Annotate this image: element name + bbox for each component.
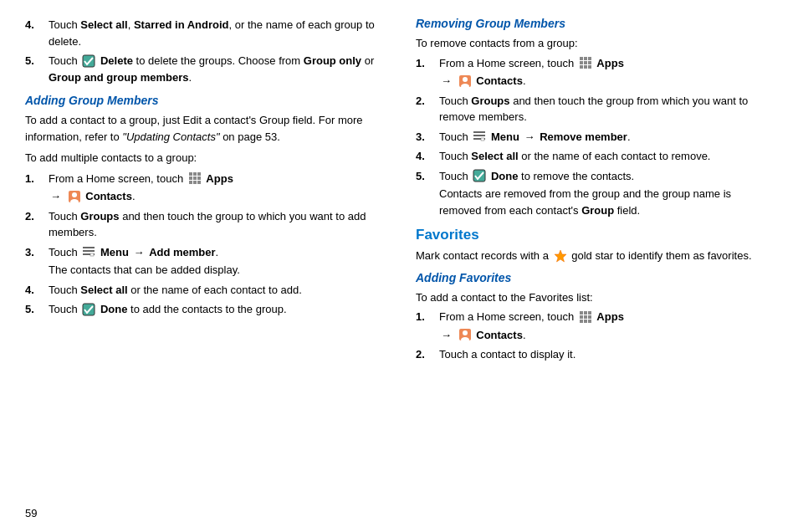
svg-rect-25 xyxy=(580,65,583,69)
svg-rect-27 xyxy=(588,65,591,69)
list-item-f1-sub: → Contacts. xyxy=(416,327,773,344)
step-content: Touch Groups and then touch the group to… xyxy=(49,208,382,241)
list-item-r1: 1. From a Home screen, touch xyxy=(416,55,773,72)
svg-rect-40 xyxy=(588,311,591,315)
adding-desc: To add a contact to a group, just Edit a… xyxy=(25,112,382,145)
adding-multi: To add multiple contacts to a group: xyxy=(25,150,382,166)
list-item-5: 5. Touch Done to add the contacts to the… xyxy=(25,301,382,318)
apps-icon xyxy=(188,171,202,185)
step-number: 2. xyxy=(416,346,439,363)
svg-marker-37 xyxy=(555,250,566,262)
step-content: Touch Delete to delete the groups. Choos… xyxy=(49,53,382,85)
step-content-sub: → Contacts. xyxy=(439,73,773,90)
svg-rect-43 xyxy=(588,315,591,319)
svg-rect-16 xyxy=(90,253,94,256)
svg-rect-38 xyxy=(580,311,583,315)
list-item-f1: 1. From a Home screen, touch xyxy=(416,309,773,325)
svg-rect-7 xyxy=(189,181,192,184)
step-number: 4. xyxy=(25,17,49,33)
contacts-icon xyxy=(68,190,81,203)
svg-point-29 xyxy=(463,77,468,82)
adding-group-members-title: Adding Group Members xyxy=(25,94,382,107)
svg-rect-8 xyxy=(193,181,197,184)
svg-rect-26 xyxy=(584,65,587,69)
svg-rect-45 xyxy=(584,320,587,323)
step-content: Touch Done to remove the contacts. xyxy=(439,168,773,185)
svg-rect-6 xyxy=(197,176,201,180)
check-icon xyxy=(473,169,486,182)
step-number: 3. xyxy=(416,129,439,146)
removing-desc: To remove contacts from a group: xyxy=(416,35,773,52)
star-icon xyxy=(554,249,567,263)
svg-rect-1 xyxy=(189,172,192,176)
step-number: 5. xyxy=(416,168,439,185)
step-number: 5. xyxy=(25,301,49,318)
list-item-1: 1. From a Home screen, touch xyxy=(25,171,382,187)
list-item-f2: 2. Touch a contact to display it. xyxy=(416,346,773,363)
svg-rect-32 xyxy=(473,135,485,136)
contacts-icon xyxy=(458,74,472,88)
favorites-title: Favorites xyxy=(416,227,773,243)
step-content: Touch Select all or the name of each con… xyxy=(439,148,773,165)
list-item-r3: 3. Touch Menu → Remove member. xyxy=(416,129,773,146)
check-icon xyxy=(82,303,95,316)
svg-rect-22 xyxy=(580,61,583,64)
list-item-5-top: 5. Touch Delete to delete the groups. Ch… xyxy=(25,53,382,85)
svg-rect-13 xyxy=(83,247,95,248)
list-item-4-top: 4. Touch Select all, Starred in Android,… xyxy=(25,17,382,49)
svg-rect-9 xyxy=(197,181,201,184)
menu-icon xyxy=(473,130,486,142)
removing-group-members-title: Removing Group Members xyxy=(416,17,773,30)
list-item-r1-sub: → Contacts. xyxy=(416,73,773,90)
page-number: 59 xyxy=(25,507,37,519)
step-number: 4. xyxy=(416,148,439,165)
svg-rect-31 xyxy=(473,131,485,133)
step-content: Touch Menu → Remove member. xyxy=(439,129,773,146)
svg-rect-41 xyxy=(580,315,583,319)
step-content-sub: → Contacts. xyxy=(49,188,382,205)
step-number: 1. xyxy=(416,309,439,325)
step-number: 4. xyxy=(25,282,49,299)
step-content: Touch Menu → Add member. xyxy=(49,244,382,261)
apps-icon xyxy=(579,56,592,69)
list-item-4: 4. Touch Select all or the name of each … xyxy=(25,282,382,299)
check-icon xyxy=(82,54,95,68)
list-item-r4: 4. Touch Select all or the name of each … xyxy=(416,148,773,165)
svg-rect-23 xyxy=(584,61,587,64)
svg-rect-5 xyxy=(193,176,197,180)
step-content: From a Home screen, touch xyxy=(49,171,382,187)
list-item-r5: 5. Touch Done to remove the contacts. xyxy=(416,168,773,185)
list-item-r2: 2. Touch Groups and then touch the group… xyxy=(416,93,773,125)
svg-rect-24 xyxy=(588,61,591,64)
svg-rect-19 xyxy=(580,57,583,60)
list-item-1-sub: → Contacts. xyxy=(25,188,382,205)
step-content: Touch Select all or the name of each con… xyxy=(49,282,382,299)
step-content: From a Home screen, touch xyxy=(439,309,773,325)
step-content: Touch Groups and then touch the group fr… xyxy=(439,93,773,125)
svg-rect-39 xyxy=(584,311,587,315)
contacts-icon xyxy=(458,328,472,341)
svg-point-48 xyxy=(463,330,468,335)
adding-favorites-desc: To add a contact to the Favorites list: xyxy=(416,289,773,306)
step-number: 1. xyxy=(25,171,49,187)
svg-rect-2 xyxy=(193,172,197,176)
step-note: Contacts are removed from the group and … xyxy=(439,186,773,218)
step-number: 2. xyxy=(25,208,49,225)
adding-favorites-title: Adding Favorites xyxy=(416,271,773,284)
step-content: Touch Done to add the contacts to the gr… xyxy=(49,301,382,318)
menu-icon xyxy=(82,246,95,258)
svg-rect-14 xyxy=(83,250,95,252)
step-content: From a Home screen, touch xyxy=(439,55,773,72)
list-item-r5-note: Contacts are removed from the group and … xyxy=(416,186,773,218)
svg-rect-21 xyxy=(588,57,591,60)
step-number: 1. xyxy=(416,55,439,72)
list-item-3-note: The contacts that can be added display. xyxy=(25,262,382,279)
list-item-2: 2. Touch Groups and then touch the group… xyxy=(25,208,382,241)
svg-rect-44 xyxy=(580,320,583,323)
left-column: 4. Touch Select all, Starred in Android,… xyxy=(25,17,399,515)
step-content: Touch Select all, Starred in Android, or… xyxy=(49,17,382,49)
svg-rect-34 xyxy=(481,138,484,141)
favorites-desc: Mark contact records with a gold star to… xyxy=(416,248,773,264)
step-note: The contacts that can be added display. xyxy=(49,262,382,279)
step-number: 2. xyxy=(416,93,439,110)
